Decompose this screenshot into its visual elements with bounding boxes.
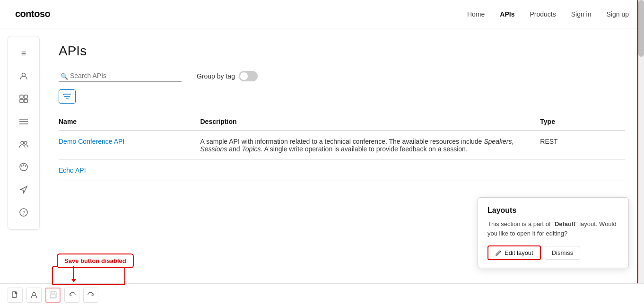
edit-layout-button[interactable]: Edit layout <box>487 245 541 260</box>
scrollbar-thumb[interactable] <box>638 0 644 57</box>
users-icon[interactable] <box>14 135 33 154</box>
help-icon[interactable]: ? <box>14 203 33 222</box>
page-title: APIs <box>59 44 625 59</box>
demo-conference-api-link[interactable]: Demo Conference API <box>59 138 124 145</box>
api-description-cell: A sample API with information related to… <box>200 131 540 160</box>
svg-rect-1 <box>20 95 23 98</box>
annotation-arrow <box>73 266 74 280</box>
layouts-popup-description: This section is a part of "Default" layo… <box>487 219 619 238</box>
table-header: Name Description Type <box>59 113 625 131</box>
nav-apis[interactable]: APIs <box>500 10 514 18</box>
search-wrapper: 🔍 <box>59 70 182 82</box>
profile-icon[interactable] <box>14 67 33 86</box>
redo-button[interactable] <box>83 288 98 303</box>
nav-links: Home APIs Products Sign in Sign up <box>467 10 629 18</box>
col-header-type: Type <box>540 113 625 131</box>
echo-api-name-cell: Echo API <box>59 160 200 181</box>
undo-button[interactable] <box>64 288 79 303</box>
group-by-tag-toggle[interactable] <box>239 71 258 81</box>
nav-home[interactable]: Home <box>467 10 485 18</box>
svg-rect-2 <box>24 95 27 98</box>
echo-api-type-cell <box>540 160 625 181</box>
svg-point-12 <box>23 165 25 166</box>
api-name-cell: Demo Conference API <box>59 131 200 160</box>
echo-api-description-cell <box>200 160 540 181</box>
scrollbar-track[interactable] <box>638 0 644 306</box>
list-icon[interactable] <box>14 112 33 131</box>
page-icon-button[interactable] <box>8 288 23 303</box>
group-by-tag: Group by tag <box>197 71 258 81</box>
svg-rect-3 <box>20 99 23 103</box>
svg-point-13 <box>25 166 26 167</box>
table-row: Echo API <box>59 160 625 181</box>
svg-rect-4 <box>24 99 27 103</box>
filter-button[interactable] <box>59 89 76 104</box>
layout-name: Default <box>555 220 575 227</box>
layouts-popup-actions: Edit layout Dismiss <box>487 245 619 260</box>
table-body: Demo Conference API A sample API with in… <box>59 131 625 181</box>
col-header-name: Name <box>59 113 200 131</box>
echo-api-link[interactable]: Echo API <box>59 166 86 174</box>
nav-signup[interactable]: Sign up <box>607 10 629 18</box>
svg-point-9 <box>24 141 27 144</box>
menu-icon[interactable]: ≡ <box>14 44 33 63</box>
edit-layout-label: Edit layout <box>505 249 533 256</box>
svg-text:?: ? <box>23 210 26 216</box>
palette-icon[interactable] <box>14 157 33 176</box>
svg-point-8 <box>21 141 24 144</box>
right-border-indicator <box>637 0 638 306</box>
table-row: Demo Conference API A sample API with in… <box>59 131 625 160</box>
user-icon-button[interactable] <box>26 288 42 303</box>
col-header-description: Description <box>200 113 540 131</box>
dismiss-button[interactable]: Dismiss <box>545 246 581 260</box>
grid-icon[interactable] <box>14 89 33 108</box>
search-input[interactable] <box>59 70 182 82</box>
sidebar: ≡ <box>8 36 40 230</box>
save-button-annotation: Save button disabled <box>57 254 134 268</box>
svg-point-11 <box>21 166 23 167</box>
layouts-popup: Layouts This section is a part of "Defau… <box>478 197 629 268</box>
save-button[interactable] <box>45 288 61 303</box>
svg-marker-19 <box>63 94 64 95</box>
svg-point-10 <box>20 163 27 171</box>
api-table: Name Description Type Demo Conference AP… <box>59 113 625 181</box>
layouts-popup-title: Layouts <box>487 206 619 215</box>
api-type-cell: REST <box>540 131 625 160</box>
logo: contoso <box>15 9 50 19</box>
nav-signin[interactable]: Sign in <box>571 10 592 18</box>
svg-rect-24 <box>51 295 56 297</box>
group-by-tag-label: Group by tag <box>197 72 235 80</box>
search-row: 🔍 Group by tag <box>59 70 625 82</box>
send-icon[interactable] <box>14 180 33 199</box>
search-icon: 🔍 <box>61 72 68 79</box>
bottom-toolbar <box>0 283 644 306</box>
top-navigation: contoso Home APIs Products Sign in Sign … <box>0 0 644 28</box>
nav-products[interactable]: Products <box>530 10 556 18</box>
